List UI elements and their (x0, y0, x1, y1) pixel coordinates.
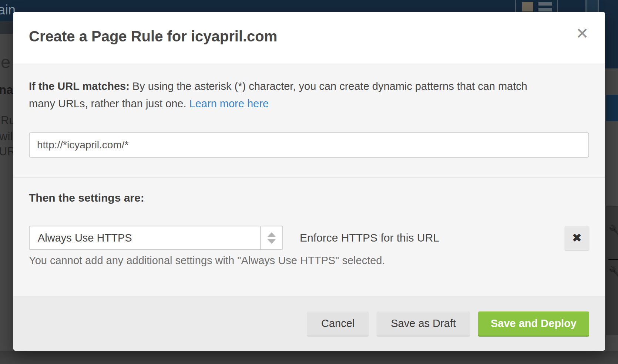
settings-heading: Then the settings are: (29, 192, 144, 204)
dimmed-paragraph-fragment: will (0, 130, 15, 143)
list-line-icon (538, 8, 552, 11)
setting-helper-text: You cannot add any additional settings w… (29, 255, 584, 267)
setting-select-value: Always Use HTTPS (30, 232, 260, 244)
url-match-label: If the URL matches: (29, 80, 130, 92)
stepper-icon (260, 226, 282, 249)
dimmed-page-bottom (0, 351, 618, 364)
dimmed-settings-list-fragment: 🔧 🔧 (606, 206, 618, 335)
modal-title: Create a Page Rule for icyapril.com (29, 28, 277, 45)
close-icon[interactable]: ✕ (576, 26, 589, 41)
cancel-button[interactable]: Cancel (307, 311, 369, 336)
screen: ain. e nav Ru will UR 🔧 🔧 Create a Page … (0, 0, 618, 364)
save-as-draft-button[interactable]: Save as Draft (377, 311, 470, 336)
wrench-icon: 🔧 (608, 259, 618, 280)
grid-icon (522, 2, 533, 11)
setting-select[interactable]: Always Use HTTPS (29, 226, 283, 250)
remove-setting-button[interactable]: ✖ (565, 226, 589, 250)
modal-footer: Cancel Save as Draft Save and Deploy (13, 296, 605, 351)
dimmed-header-right (605, 0, 618, 68)
wrench-icon: 🔧 (608, 224, 618, 238)
setting-row: Always Use HTTPS Enforce HTTPS for this … (29, 226, 589, 250)
create-page-rule-modal: Create a Page Rule for icyapril.com ✕ If… (13, 12, 605, 351)
list-line-icon (538, 2, 552, 6)
save-and-deploy-button[interactable]: Save and Deploy (478, 311, 589, 336)
remove-icon: ✖ (572, 231, 582, 245)
learn-more-link[interactable]: Learn more here (189, 98, 269, 109)
dimmed-blue-button-fragment (606, 95, 618, 121)
url-match-description: If the URL matches: By using the asteris… (29, 78, 591, 112)
url-match-desc-line2: many URLs, rather than just one. (29, 98, 187, 109)
chevron-down-icon (268, 239, 276, 244)
url-pattern-input[interactable] (29, 132, 589, 158)
section-divider (13, 177, 605, 178)
modal-header: Create a Page Rule for icyapril.com ✕ (13, 12, 605, 64)
dimmed-subheader-band (0, 21, 13, 34)
dimmed-page-heading-fragment: e (1, 52, 10, 72)
url-match-desc-line1: By using the asterisk (*) character, you… (132, 80, 527, 92)
setting-description: Enforce HTTPS for this URL (300, 226, 439, 250)
chevron-up-icon (268, 232, 276, 237)
